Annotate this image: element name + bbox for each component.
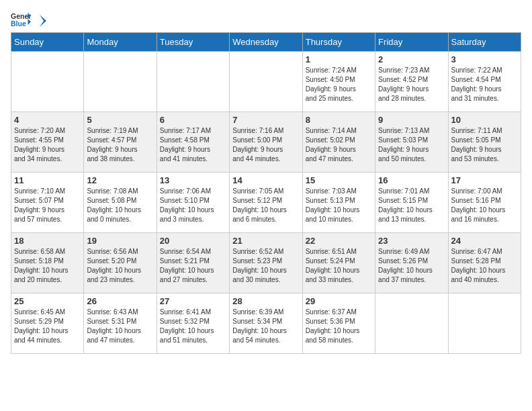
calendar-week-2: 4Sunrise: 7:20 AM Sunset: 4:55 PM Daylig… — [11, 112, 521, 173]
calendar-cell: 15Sunrise: 7:03 AM Sunset: 5:13 PM Dayli… — [302, 173, 375, 233]
cell-info: Sunrise: 6:52 AM Sunset: 5:23 PM Dayligh… — [232, 247, 299, 285]
cell-info: Sunrise: 7:01 AM Sunset: 5:15 PM Dayligh… — [378, 187, 445, 224]
cell-info: Sunrise: 7:08 AM Sunset: 5:08 PM Dayligh… — [87, 187, 153, 224]
header-day-monday: Monday — [84, 33, 157, 52]
header-day-saturday: Saturday — [448, 33, 521, 52]
logo-arrow-icon — [34, 13, 49, 28]
day-number: 1 — [306, 54, 372, 64]
calendar-cell: 7Sunrise: 7:16 AM Sunset: 5:00 PM Daylig… — [230, 112, 302, 173]
calendar-cell: 20Sunrise: 6:54 AM Sunset: 5:21 PM Dayli… — [157, 233, 229, 293]
cell-info: Sunrise: 7:03 AM Sunset: 5:13 PM Dayligh… — [306, 187, 372, 224]
day-number: 18 — [14, 236, 81, 246]
header-day-thursday: Thursday — [302, 33, 375, 52]
calendar-cell: 3Sunrise: 7:22 AM Sunset: 4:54 PM Daylig… — [448, 52, 521, 112]
day-number: 25 — [14, 296, 81, 306]
day-number: 10 — [451, 115, 518, 125]
day-number: 26 — [87, 296, 153, 306]
cell-info: Sunrise: 7:14 AM Sunset: 5:02 PM Dayligh… — [306, 126, 372, 164]
logo: General Blue — [11, 11, 50, 27]
calendar-week-5: 25Sunrise: 6:45 AM Sunset: 5:29 PM Dayli… — [11, 293, 521, 354]
calendar-week-1: 1Sunrise: 7:24 AM Sunset: 4:50 PM Daylig… — [11, 52, 521, 112]
calendar-cell: 23Sunrise: 6:49 AM Sunset: 5:26 PM Dayli… — [375, 233, 448, 293]
calendar-cell: 19Sunrise: 6:56 AM Sunset: 5:20 PM Dayli… — [84, 233, 157, 293]
cell-info: Sunrise: 7:00 AM Sunset: 5:16 PM Dayligh… — [451, 187, 518, 224]
calendar-table: SundayMondayTuesdayWednesdayThursdayFrid… — [11, 32, 521, 354]
cell-info: Sunrise: 7:19 AM Sunset: 4:57 PM Dayligh… — [87, 126, 153, 164]
calendar-week-3: 11Sunrise: 7:10 AM Sunset: 5:07 PM Dayli… — [11, 173, 521, 233]
calendar-cell: 1Sunrise: 7:24 AM Sunset: 4:50 PM Daylig… — [302, 52, 375, 112]
cell-info: Sunrise: 6:47 AM Sunset: 5:28 PM Dayligh… — [451, 247, 518, 285]
svg-marker-3 — [40, 15, 46, 27]
cell-info: Sunrise: 7:20 AM Sunset: 4:55 PM Dayligh… — [14, 126, 81, 164]
day-number: 19 — [87, 236, 153, 246]
cell-info: Sunrise: 6:45 AM Sunset: 5:29 PM Dayligh… — [14, 308, 81, 345]
day-number: 11 — [14, 175, 81, 185]
cell-info: Sunrise: 6:51 AM Sunset: 5:24 PM Dayligh… — [306, 247, 372, 285]
calendar-cell: 29Sunrise: 6:37 AM Sunset: 5:36 PM Dayli… — [302, 293, 375, 354]
day-number: 3 — [451, 54, 518, 64]
calendar-cell — [375, 293, 448, 354]
cell-info: Sunrise: 6:39 AM Sunset: 5:34 PM Dayligh… — [232, 308, 299, 345]
cell-info: Sunrise: 7:06 AM Sunset: 5:10 PM Dayligh… — [160, 187, 226, 224]
day-number: 24 — [451, 236, 518, 246]
calendar-cell: 25Sunrise: 6:45 AM Sunset: 5:29 PM Dayli… — [11, 293, 84, 354]
cell-info: Sunrise: 6:56 AM Sunset: 5:20 PM Dayligh… — [87, 247, 153, 285]
day-number: 29 — [306, 296, 372, 306]
calendar-cell — [230, 52, 302, 112]
day-number: 15 — [306, 175, 372, 185]
cell-info: Sunrise: 7:24 AM Sunset: 4:50 PM Dayligh… — [306, 66, 372, 103]
calendar-cell: 16Sunrise: 7:01 AM Sunset: 5:15 PM Dayli… — [375, 173, 448, 233]
calendar-cell: 4Sunrise: 7:20 AM Sunset: 4:55 PM Daylig… — [11, 112, 84, 173]
cell-info: Sunrise: 7:10 AM Sunset: 5:07 PM Dayligh… — [14, 187, 81, 224]
cell-info: Sunrise: 7:16 AM Sunset: 5:00 PM Dayligh… — [232, 126, 299, 164]
cell-info: Sunrise: 6:41 AM Sunset: 5:32 PM Dayligh… — [160, 308, 226, 345]
calendar-cell: 24Sunrise: 6:47 AM Sunset: 5:28 PM Dayli… — [448, 233, 521, 293]
cell-info: Sunrise: 6:54 AM Sunset: 5:21 PM Dayligh… — [160, 247, 226, 285]
calendar-cell — [84, 52, 157, 112]
day-number: 13 — [160, 175, 226, 185]
header-day-friday: Friday — [375, 33, 448, 52]
calendar-header-row: SundayMondayTuesdayWednesdayThursdayFrid… — [11, 33, 521, 52]
calendar-cell: 9Sunrise: 7:13 AM Sunset: 5:03 PM Daylig… — [375, 112, 448, 173]
day-number: 14 — [232, 175, 299, 185]
cell-info: Sunrise: 7:13 AM Sunset: 5:03 PM Dayligh… — [378, 126, 445, 164]
calendar-cell: 12Sunrise: 7:08 AM Sunset: 5:08 PM Dayli… — [84, 173, 157, 233]
calendar-cell: 17Sunrise: 7:00 AM Sunset: 5:16 PM Dayli… — [448, 173, 521, 233]
day-number: 21 — [232, 236, 299, 246]
day-number: 7 — [232, 115, 299, 125]
cell-info: Sunrise: 7:23 AM Sunset: 4:52 PM Dayligh… — [378, 66, 445, 103]
day-number: 6 — [160, 115, 226, 125]
calendar-cell: 8Sunrise: 7:14 AM Sunset: 5:02 PM Daylig… — [302, 112, 375, 173]
header-day-wednesday: Wednesday — [230, 33, 302, 52]
calendar-cell: 2Sunrise: 7:23 AM Sunset: 4:52 PM Daylig… — [375, 52, 448, 112]
cell-info: Sunrise: 7:17 AM Sunset: 4:58 PM Dayligh… — [160, 126, 226, 164]
cell-info: Sunrise: 7:05 AM Sunset: 5:12 PM Dayligh… — [232, 187, 299, 224]
day-number: 4 — [14, 115, 81, 125]
calendar-cell: 28Sunrise: 6:39 AM Sunset: 5:34 PM Dayli… — [230, 293, 302, 354]
calendar-cell — [448, 293, 521, 354]
cell-info: Sunrise: 6:49 AM Sunset: 5:26 PM Dayligh… — [378, 247, 445, 285]
calendar-cell: 26Sunrise: 6:43 AM Sunset: 5:31 PM Dayli… — [84, 293, 157, 354]
calendar-cell: 27Sunrise: 6:41 AM Sunset: 5:32 PM Dayli… — [157, 293, 229, 354]
calendar-cell: 13Sunrise: 7:06 AM Sunset: 5:10 PM Dayli… — [157, 173, 229, 233]
calendar-cell: 21Sunrise: 6:52 AM Sunset: 5:23 PM Dayli… — [230, 233, 302, 293]
calendar-cell — [11, 52, 84, 112]
calendar-cell: 22Sunrise: 6:51 AM Sunset: 5:24 PM Dayli… — [302, 233, 375, 293]
day-number: 17 — [451, 175, 518, 185]
calendar-cell: 5Sunrise: 7:19 AM Sunset: 4:57 PM Daylig… — [84, 112, 157, 173]
day-number: 2 — [378, 54, 445, 64]
header: General Blue — [11, 11, 521, 27]
day-number: 22 — [306, 236, 372, 246]
day-number: 20 — [160, 236, 226, 246]
cell-info: Sunrise: 6:43 AM Sunset: 5:31 PM Dayligh… — [87, 308, 153, 345]
header-day-sunday: Sunday — [11, 33, 84, 52]
day-number: 5 — [87, 115, 153, 125]
calendar-cell: 18Sunrise: 6:58 AM Sunset: 5:18 PM Dayli… — [11, 233, 84, 293]
cell-info: Sunrise: 6:58 AM Sunset: 5:18 PM Dayligh… — [14, 247, 81, 285]
cell-info: Sunrise: 6:37 AM Sunset: 5:36 PM Dayligh… — [306, 308, 372, 345]
day-number: 27 — [160, 296, 226, 306]
day-number: 8 — [306, 115, 372, 125]
calendar-cell: 6Sunrise: 7:17 AM Sunset: 4:58 PM Daylig… — [157, 112, 229, 173]
calendar-cell — [157, 52, 229, 112]
svg-text:Blue: Blue — [11, 19, 26, 28]
